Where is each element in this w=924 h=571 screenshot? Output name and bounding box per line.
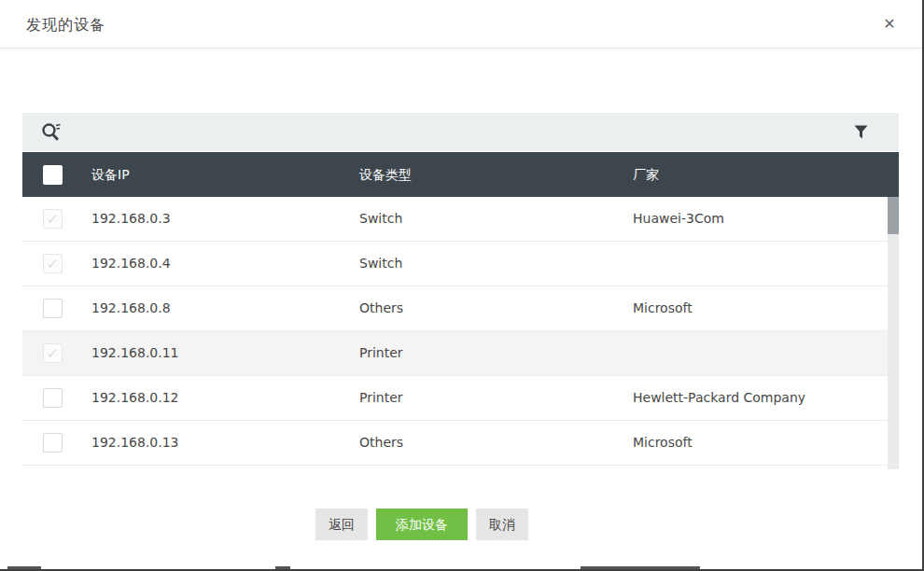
cell-vendor: Huawei-3Com [633,197,724,241]
device-table-body: 192.168.0.3 Switch Huawei-3Com 192.168.0… [22,197,899,466]
cell-device-ip: 192.168.0.11 [91,331,179,375]
table-row[interactable]: 192.168.0.12 Printer Hewlett-Packard Com… [22,376,899,421]
row-checkbox[interactable] [43,254,63,273]
row-checkbox[interactable] [43,388,63,408]
dialog-footer: 返回 添加设备 取消 [315,508,528,540]
cell-device-type: Printer [359,376,403,420]
column-header-vendor[interactable]: 厂家 [633,152,659,197]
dialog-title: 发现的设备 [26,0,105,49]
row-checkbox[interactable] [43,343,63,363]
table-row[interactable]: 192.168.0.13 Others Microsoft [22,421,899,466]
add-device-button[interactable]: 添加设备 [376,508,468,540]
cell-device-type: Others [359,286,403,330]
search-input[interactable] [22,113,899,151]
dialog-title-bar: 发现的设备 ✕ [0,0,924,49]
table-header: 设备IP 设备类型 厂家 [22,152,899,197]
row-checkbox[interactable] [43,209,63,229]
cell-device-type: Switch [359,242,402,286]
cell-device-type: Switch [359,197,402,241]
table-scrollbar[interactable] [888,197,899,469]
row-checkbox[interactable] [43,299,63,318]
cell-device-ip: 192.168.0.3 [91,197,171,241]
scrollbar-thumb[interactable] [888,197,899,234]
search-icon[interactable] [40,121,62,143]
cell-device-ip: 192.168.0.4 [91,242,171,286]
column-header-device-type[interactable]: 设备类型 [359,152,412,197]
row-checkbox[interactable] [43,433,63,453]
cell-device-ip: 192.168.0.12 [91,376,179,420]
cell-device-ip: 192.168.0.13 [91,421,179,465]
back-button[interactable]: 返回 [315,508,368,540]
cancel-button[interactable]: 取消 [476,508,528,540]
cell-vendor: Hewlett-Packard Company [633,376,805,420]
cell-vendor: Microsoft [633,286,693,330]
cell-vendor: Microsoft [633,421,693,465]
cell-device-ip: 192.168.0.8 [91,286,171,330]
cell-device-type: Others [359,421,403,465]
table-row[interactable]: 192.168.0.8 Others Microsoft [22,286,899,331]
table-row[interactable]: 192.168.0.11 Printer [22,331,899,376]
discovered-devices-dialog: { "dialog": { "title": "发现的设备", "close_g… [0,0,924,571]
select-all-checkbox[interactable] [43,165,63,185]
close-icon[interactable]: ✕ [880,15,899,34]
table-row[interactable]: 192.168.0.3 Switch Huawei-3Com [22,197,899,242]
cell-device-type: Printer [359,331,403,375]
column-header-device-ip[interactable]: 设备IP [91,152,130,197]
filter-icon[interactable] [854,125,868,139]
table-row[interactable]: 192.168.0.4 Switch [22,242,899,286]
